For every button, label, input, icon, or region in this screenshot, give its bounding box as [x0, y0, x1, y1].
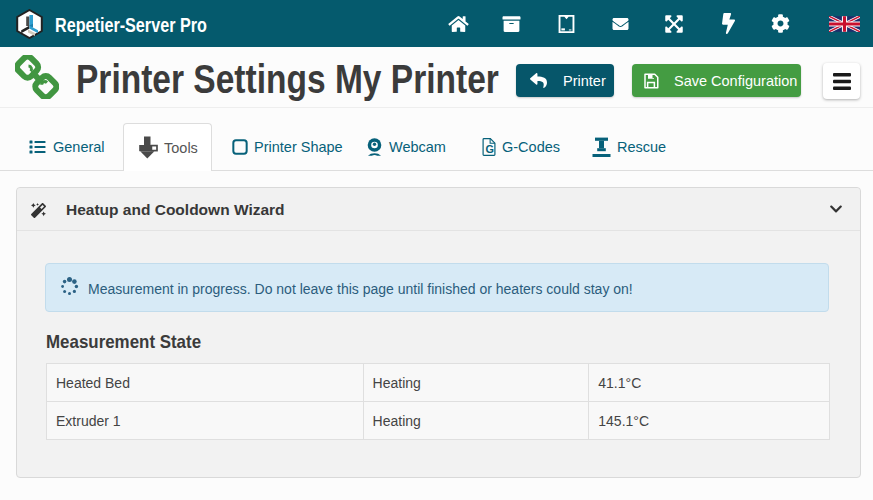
svg-text:G: G [485, 143, 493, 155]
